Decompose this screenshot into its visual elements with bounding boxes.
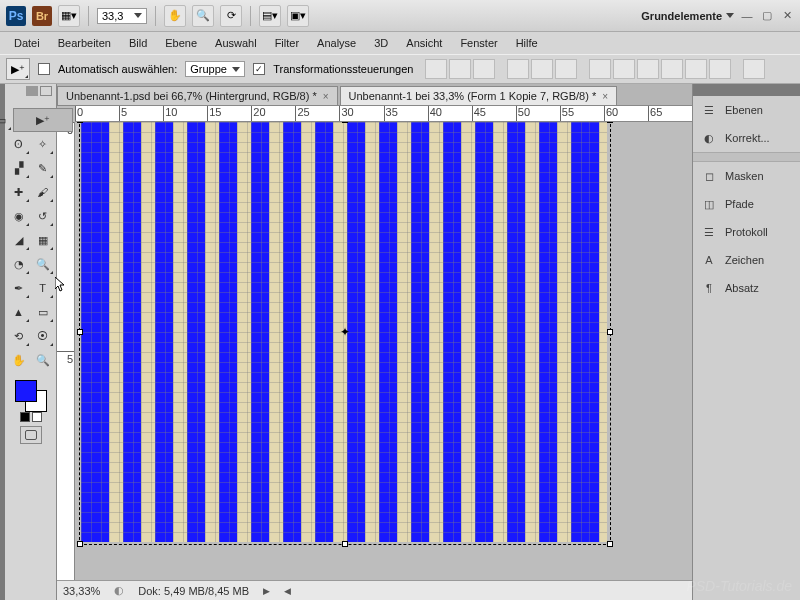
screen-mode-icon[interactable]: ▣▾ [287, 5, 309, 27]
crop-tool[interactable]: ▞ [7, 156, 31, 180]
artwork [81, 122, 609, 542]
panel-character[interactable]: AZeichen [693, 246, 800, 274]
blur-tool[interactable]: ◔ [7, 252, 31, 276]
quick-mask-button[interactable] [20, 426, 42, 444]
align-bottom-icon[interactable] [473, 59, 495, 79]
menu-edit[interactable]: Bearbeiten [50, 35, 119, 51]
menu-image[interactable]: Bild [121, 35, 155, 51]
brush-tool[interactable]: 🖌 [31, 180, 55, 204]
autoselect-target-select[interactable]: Gruppe [185, 61, 245, 77]
hand-tool[interactable]: ✋ [7, 348, 31, 372]
path-select-tool[interactable]: ▲ [7, 300, 31, 324]
panel-drag-handle[interactable] [693, 84, 800, 96]
close-icon[interactable]: × [602, 91, 608, 102]
hand-tool-icon[interactable]: ✋ [164, 5, 186, 27]
menu-3d[interactable]: 3D [366, 35, 396, 51]
marquee-tool[interactable]: ▭ [0, 108, 13, 132]
align-vcenter-icon[interactable] [449, 59, 471, 79]
distribute-bottom-icon[interactable] [637, 59, 659, 79]
menu-view[interactable]: Ansicht [398, 35, 450, 51]
scroll-left-icon[interactable]: ◀ [284, 586, 291, 596]
close-icon[interactable]: × [323, 91, 329, 102]
shape-tool[interactable]: ▭ [31, 300, 55, 324]
gradient-tool[interactable]: ▦ [31, 228, 55, 252]
3d-rotate-tool[interactable]: ⟲ [7, 324, 31, 348]
lasso-tool[interactable]: ʘ [7, 132, 31, 156]
stamp-tool[interactable]: ◉ [7, 204, 31, 228]
foreground-color-swatch[interactable] [15, 380, 37, 402]
zoom-tool-icon[interactable]: 🔍 [192, 5, 214, 27]
distribute-vcenter-icon[interactable] [613, 59, 635, 79]
tools-panel: ▭▶⁺ ʘ✧ ▞✎ ✚🖌 ◉↺ ◢▦ ◔🔍 ✒T ▲▭ ⟲⦿ ✋🔍 [5, 84, 57, 600]
zoom-select[interactable]: 33,3 [97, 8, 147, 24]
history-brush-tool[interactable]: ↺ [31, 204, 55, 228]
document-tab-2[interactable]: Unbenannt-1 bei 33,3% (Form 1 Kopie 7, R… [340, 86, 617, 105]
panel-adjustments[interactable]: ◐Korrekt... [693, 124, 800, 152]
document-tab-1[interactable]: Unbenannt-1.psd bei 66,7% (Hintergrund, … [57, 86, 338, 105]
menu-filter[interactable]: Filter [267, 35, 307, 51]
distribute-left-icon[interactable] [661, 59, 683, 79]
minimize-button[interactable]: — [740, 9, 754, 23]
transform-checkbox[interactable] [253, 63, 265, 75]
panel-layers[interactable]: ☰Ebenen [693, 96, 800, 124]
distribute-right-icon[interactable] [709, 59, 731, 79]
magic-wand-tool[interactable]: ✧ [31, 132, 55, 156]
align-right-icon[interactable] [555, 59, 577, 79]
autoselect-checkbox[interactable] [38, 63, 50, 75]
auto-align-icon[interactable] [743, 59, 765, 79]
panel-paragraph[interactable]: ¶Absatz [693, 274, 800, 302]
align-left-icon[interactable] [507, 59, 529, 79]
right-panels: ☰Ebenen ◐Korrekt... ◻Masken ◫Pfade ☰Prot… [692, 84, 800, 600]
ruler-vertical[interactable]: 0 5 [57, 122, 75, 580]
layers-icon: ☰ [701, 102, 717, 118]
autoselect-label: Automatisch auswählen: [58, 63, 177, 75]
character-icon: A [701, 252, 717, 268]
arrange-docs-icon[interactable]: ▤▾ [259, 5, 281, 27]
menu-help[interactable]: Hilfe [508, 35, 546, 51]
canvas[interactable]: ✦ [75, 122, 692, 580]
distribute-hcenter-icon[interactable] [685, 59, 707, 79]
chevron-down-icon [726, 13, 734, 18]
menu-analyze[interactable]: Analyse [309, 35, 364, 51]
color-swatches[interactable] [13, 378, 49, 414]
status-doc-size[interactable]: Dok: 5,49 MB/8,45 MB [138, 585, 249, 597]
masks-icon: ◻ [701, 168, 717, 184]
br-logo-icon[interactable]: Br [32, 6, 52, 26]
healing-tool[interactable]: ✚ [7, 180, 31, 204]
menubar: Datei Bearbeiten Bild Ebene Auswahl Filt… [0, 32, 800, 54]
zoom-value: 33,3 [102, 10, 123, 22]
menu-select[interactable]: Auswahl [207, 35, 265, 51]
transform-label: Transformationssteuerungen [273, 63, 413, 75]
ruler-horizontal[interactable]: 05101520253035404550556065 [75, 106, 692, 122]
dodge-tool[interactable]: 🔍 [31, 252, 55, 276]
status-arrow-icon[interactable]: ▶ [263, 586, 270, 596]
eraser-tool[interactable]: ◢ [7, 228, 31, 252]
type-tool[interactable]: T [31, 276, 55, 300]
3d-camera-tool[interactable]: ⦿ [31, 324, 55, 348]
menu-file[interactable]: Datei [6, 35, 48, 51]
move-tool-indicator[interactable]: ▶⁺ [6, 58, 30, 80]
panel-paths[interactable]: ◫Pfade [693, 190, 800, 218]
status-bar: 33,33% ◐ Dok: 5,49 MB/8,45 MB ▶ ◀ [57, 580, 692, 600]
ps-logo-icon: Ps [6, 6, 26, 26]
panel-masks[interactable]: ◻Masken [693, 162, 800, 190]
status-zoom[interactable]: 33,33% [63, 585, 100, 597]
paths-icon: ◫ [701, 196, 717, 212]
rotate-view-icon[interactable]: ⟳ [220, 5, 242, 27]
maximize-button[interactable]: ▢ [760, 9, 774, 23]
move-tool[interactable]: ▶⁺ [13, 108, 73, 132]
align-top-icon[interactable] [425, 59, 447, 79]
distribute-top-icon[interactable] [589, 59, 611, 79]
zoom-tool[interactable]: 🔍 [31, 348, 55, 372]
close-button[interactable]: ✕ [780, 9, 794, 23]
docs-dropdown[interactable]: ▦▾ [58, 5, 80, 27]
align-hcenter-icon[interactable] [531, 59, 553, 79]
workspace-select[interactable]: Grundelemente [641, 10, 734, 22]
menu-layer[interactable]: Ebene [157, 35, 205, 51]
eyedropper-tool[interactable]: ✎ [31, 156, 55, 180]
tools-expand-icon[interactable] [40, 86, 52, 96]
tools-collapse-icon[interactable] [26, 86, 38, 96]
panel-history[interactable]: ☰Protokoll [693, 218, 800, 246]
menu-window[interactable]: Fenster [452, 35, 505, 51]
pen-tool[interactable]: ✒ [7, 276, 31, 300]
